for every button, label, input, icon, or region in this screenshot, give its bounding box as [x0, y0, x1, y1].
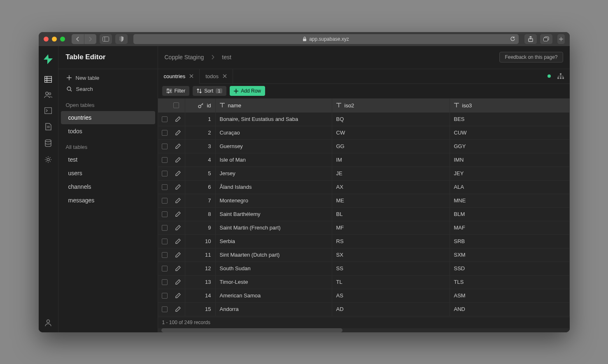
cell-id[interactable]: 5: [185, 167, 216, 180]
cell-name[interactable]: Montenegro: [216, 194, 332, 207]
edit-icon[interactable]: [175, 293, 181, 299]
edit-icon[interactable]: [175, 144, 181, 149]
sidebar-item-users[interactable]: users: [61, 167, 155, 180]
table-row[interactable]: 6Åland IslandsAXALA: [158, 181, 570, 194]
add-row-button[interactable]: Add Row: [230, 86, 265, 96]
tabs-overview-button[interactable]: [540, 34, 552, 44]
table-row[interactable]: 12South SudanSSSSD: [158, 262, 570, 276]
cell-name[interactable]: Saint Martin (French part): [216, 221, 332, 234]
cell-iso2[interactable]: GG: [332, 140, 450, 153]
cell-name[interactable]: Bonaire, Sint Eustatius and Saba: [216, 113, 332, 126]
cell-iso3[interactable]: MNE: [450, 194, 570, 207]
table-row[interactable]: 3GuernseyGGGGY: [158, 140, 570, 153]
select-all-checkbox[interactable]: [158, 99, 185, 112]
edit-icon[interactable]: [175, 279, 181, 285]
cell-name[interactable]: Curaçao: [216, 126, 332, 139]
nav-docs[interactable]: [45, 123, 51, 130]
cell-iso2[interactable]: CW: [332, 126, 450, 139]
breadcrumb-table[interactable]: test: [222, 54, 231, 60]
cell-iso3[interactable]: AND: [450, 303, 570, 316]
cell-id[interactable]: 11: [185, 248, 216, 262]
cell-iso3[interactable]: BES: [450, 113, 570, 126]
column-header-id[interactable]: id: [185, 99, 216, 112]
table-row[interactable]: 13Timor-LesteTLTLS: [158, 276, 570, 289]
row-checkbox[interactable]: [162, 116, 168, 122]
cell-id[interactable]: 15: [185, 303, 216, 316]
cell-id[interactable]: 7: [185, 194, 216, 207]
cell-iso3[interactable]: BLM: [450, 208, 570, 221]
share-button[interactable]: [524, 34, 537, 44]
table-row[interactable]: 4Isle of ManIMIMN: [158, 153, 570, 167]
cell-name[interactable]: Saint Barthélemy: [216, 208, 332, 221]
new-tab-button[interactable]: [557, 34, 565, 44]
cell-iso2[interactable]: AD: [332, 303, 450, 316]
tab-countries[interactable]: countries: [158, 69, 200, 83]
cell-iso3[interactable]: ASM: [450, 289, 570, 302]
cell-name[interactable]: Åland Islands: [216, 181, 332, 194]
cell-iso3[interactable]: GGY: [450, 140, 570, 153]
schema-icon[interactable]: [557, 73, 564, 79]
edit-icon[interactable]: [175, 239, 181, 244]
row-checkbox[interactable]: [162, 157, 168, 163]
cell-iso2[interactable]: BQ: [332, 113, 450, 126]
row-checkbox[interactable]: [162, 239, 168, 244]
close-icon[interactable]: [189, 74, 193, 78]
sidebar-item-messages[interactable]: messages: [61, 194, 155, 207]
feedback-button[interactable]: Feedback on this page?: [499, 52, 563, 63]
cell-iso2[interactable]: SS: [332, 262, 450, 275]
nav-sql-editor[interactable]: [44, 107, 52, 114]
cell-iso2[interactable]: JE: [332, 167, 450, 180]
edit-icon[interactable]: [175, 130, 181, 136]
sidebar-item-channels[interactable]: channels: [61, 180, 155, 193]
cell-name[interactable]: Serbia: [216, 235, 332, 248]
row-checkbox[interactable]: [162, 306, 168, 312]
cell-iso2[interactable]: IM: [332, 153, 450, 167]
column-header-iso2[interactable]: iso2: [332, 99, 450, 112]
filter-button[interactable]: Filter: [162, 86, 190, 96]
row-checkbox[interactable]: [162, 252, 168, 258]
table-row[interactable]: 15AndorraADAND: [158, 303, 570, 316]
horizontal-scrollbar[interactable]: [158, 328, 570, 332]
table-row[interactable]: 11Sint Maarten (Dutch part)SXSXM: [158, 248, 570, 262]
forward-button[interactable]: [84, 34, 96, 44]
cell-iso2[interactable]: RS: [332, 235, 450, 248]
edit-icon[interactable]: [175, 198, 181, 204]
cell-id[interactable]: 4: [185, 153, 216, 167]
cell-id[interactable]: 14: [185, 289, 216, 302]
close-icon[interactable]: [223, 74, 227, 78]
table-row[interactable]: 9Saint Martin (French part)MFMAF: [158, 221, 570, 235]
cell-iso3[interactable]: SXM: [450, 248, 570, 262]
sidebar-item-test[interactable]: test: [61, 153, 155, 166]
cell-id[interactable]: 9: [185, 221, 216, 234]
edit-icon[interactable]: [175, 225, 181, 231]
breadcrumb-project[interactable]: Copple Staging: [165, 54, 204, 60]
cell-id[interactable]: 1: [185, 113, 216, 126]
sidebar-item-todos[interactable]: todos: [61, 125, 155, 138]
edit-icon[interactable]: [175, 252, 181, 258]
cell-name[interactable]: Andorra: [216, 303, 332, 316]
cell-iso3[interactable]: IMN: [450, 153, 570, 167]
shield-button[interactable]: [115, 34, 128, 44]
cell-iso3[interactable]: ALA: [450, 181, 570, 194]
back-button[interactable]: [72, 34, 84, 44]
cell-name[interactable]: American Samoa: [216, 289, 332, 302]
edit-icon[interactable]: [175, 306, 181, 312]
row-checkbox[interactable]: [162, 130, 168, 136]
reload-button[interactable]: [510, 36, 515, 42]
edit-icon[interactable]: [175, 171, 181, 176]
cell-name[interactable]: Guernsey: [216, 140, 332, 153]
nav-settings[interactable]: [44, 156, 52, 163]
cell-iso2[interactable]: AX: [332, 181, 450, 194]
table-row[interactable]: 10SerbiaRSSRB: [158, 235, 570, 248]
cell-iso3[interactable]: TLS: [450, 276, 570, 289]
edit-icon[interactable]: [175, 266, 181, 271]
maximize-window-button[interactable]: [60, 37, 65, 42]
nav-auth[interactable]: [44, 92, 52, 98]
cell-iso3[interactable]: JEY: [450, 167, 570, 180]
url-bar[interactable]: app.supabase.xyz: [133, 34, 519, 44]
cell-id[interactable]: 12: [185, 262, 216, 275]
edit-icon[interactable]: [175, 157, 181, 163]
cell-iso2[interactable]: ME: [332, 194, 450, 207]
cell-name[interactable]: Timor-Leste: [216, 276, 332, 289]
nav-account[interactable]: [45, 319, 51, 332]
